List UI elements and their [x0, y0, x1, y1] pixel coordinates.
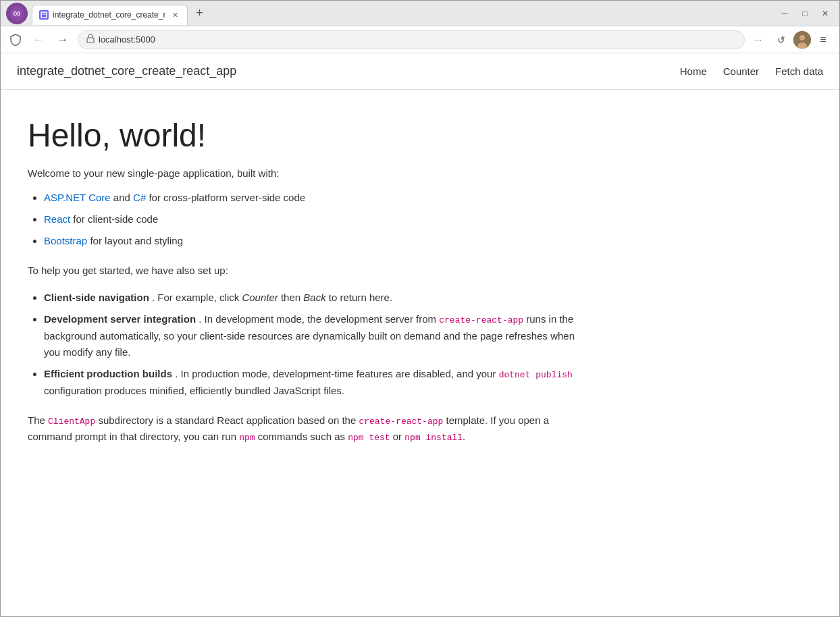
feature-item-navigation: Client-side navigation . For example, cl…	[44, 290, 581, 306]
nav-counter[interactable]: Counter	[723, 65, 759, 77]
nav-home[interactable]: Home	[680, 65, 707, 77]
window-controls: ─ □ ✕	[776, 7, 834, 20]
minimize-button[interactable]: ─	[776, 7, 793, 20]
browser-logo-symbol: ∞	[13, 7, 20, 20]
url-text: localhost:5000	[99, 34, 736, 45]
main-content: Hello, world! Welcome to your new single…	[1, 90, 608, 483]
footer-text-6: .	[463, 431, 465, 442]
footer-paragraph: The ClientApp subdirectory is a standard…	[28, 412, 581, 446]
refresh-button[interactable]: ↺	[772, 30, 791, 49]
url-actions: ···	[750, 32, 766, 48]
page-content: integrate_dotnet_core_create_react_app H…	[1, 53, 839, 616]
toolbar-right: ↺ ≡	[772, 30, 833, 49]
feature-item-prod-builds: Efficient production builds . In product…	[44, 366, 581, 399]
footer-text-2: subdirectory is a standard React applica…	[95, 414, 359, 426]
lock-icon	[86, 34, 95, 45]
back-reference: Back	[303, 292, 325, 303]
close-button[interactable]: ✕	[816, 7, 834, 20]
npm-install-code: npm install	[404, 433, 463, 443]
title-bar: ∞ integrate_dotnet_core_create_r ✕ + ─ □…	[1, 1, 839, 26]
aspnet-link[interactable]: ASP.NET Core	[44, 192, 111, 203]
list-item-content: React for client-side code	[44, 213, 158, 225]
feature-item-dev-server: Development server integration . In deve…	[44, 311, 581, 360]
page-heading: Hello, world!	[28, 117, 581, 154]
new-tab-button[interactable]: +	[190, 5, 208, 22]
intro-text: Welcome to your new single-page applicat…	[28, 167, 581, 179]
menu-button[interactable]: ≡	[814, 30, 833, 49]
list-item-content: ASP.NET Core and C# for cross-platform s…	[44, 192, 305, 203]
url-bar[interactable]: localhost:5000	[78, 30, 745, 49]
feature-title-dev-server: Development server integration	[44, 313, 196, 325]
npm-test-code: npm test	[348, 433, 390, 443]
footer-text-5: or	[390, 431, 405, 442]
browser-logo: ∞	[6, 3, 28, 24]
react-link[interactable]: React	[44, 213, 70, 225]
svg-rect-0	[41, 12, 47, 18]
shield-icon	[7, 32, 24, 48]
help-intro-text: To help you get started, we have also se…	[28, 263, 581, 279]
client-app-code: ClientApp	[48, 417, 95, 427]
dotnet-publish-code: dotnet publish	[499, 370, 573, 380]
app-navbar: integrate_dotnet_core_create_react_app H…	[1, 53, 839, 90]
app-nav-links: Home Counter Fetch data	[680, 65, 823, 77]
back-button[interactable]: ←	[29, 30, 48, 49]
profile-avatar[interactable]	[793, 31, 811, 49]
forward-button[interactable]: →	[53, 30, 72, 49]
maximize-button[interactable]: □	[796, 7, 814, 20]
features-list: Client-side navigation . For example, cl…	[44, 290, 581, 399]
svg-rect-2	[87, 38, 94, 43]
list-item: React for client-side code	[44, 211, 581, 227]
feature-item-content: Development server integration . In deve…	[44, 313, 575, 358]
csharp-link[interactable]: C#	[133, 192, 146, 203]
list-item-content: Bootstrap for layout and styling	[44, 235, 183, 246]
feature-item-content: Client-side navigation . For example, cl…	[44, 292, 392, 303]
footer-text-1: The	[28, 414, 48, 426]
browser-tab[interactable]: integrate_dotnet_core_create_r ✕	[32, 5, 188, 25]
feature-title-navigation: Client-side navigation	[44, 292, 149, 303]
list-item: Bootstrap for layout and styling	[44, 233, 581, 249]
counter-reference: Counter	[242, 292, 278, 303]
feature-title-prod-builds: Efficient production builds	[44, 368, 172, 379]
list-item: ASP.NET Core and C# for cross-platform s…	[44, 190, 581, 206]
footer-text-4: commands such as	[255, 431, 348, 442]
ellipsis-button[interactable]: ···	[750, 32, 766, 48]
svg-point-4	[799, 35, 805, 41]
app-brand: integrate_dotnet_core_create_react_app	[17, 64, 236, 78]
address-bar: ← → localhost:5000 ··· ↺ ≡	[1, 26, 839, 53]
tab-title: integrate_dotnet_core_create_r	[53, 10, 165, 20]
content-list: ASP.NET Core and C# for cross-platform s…	[44, 190, 581, 249]
bootstrap-link[interactable]: Bootstrap	[44, 235, 87, 246]
npm-code: npm	[239, 433, 255, 443]
feature-item-content: Efficient production builds . In product…	[44, 368, 573, 396]
tab-close-button[interactable]: ✕	[169, 9, 180, 20]
tab-favicon	[39, 10, 49, 20]
cra-template-code: create-react-app	[359, 417, 443, 427]
create-react-app-code: create-react-app	[439, 315, 523, 325]
browser-frame: ∞ integrate_dotnet_core_create_r ✕ + ─ □…	[0, 0, 840, 617]
nav-fetch-data[interactable]: Fetch data	[775, 65, 823, 77]
